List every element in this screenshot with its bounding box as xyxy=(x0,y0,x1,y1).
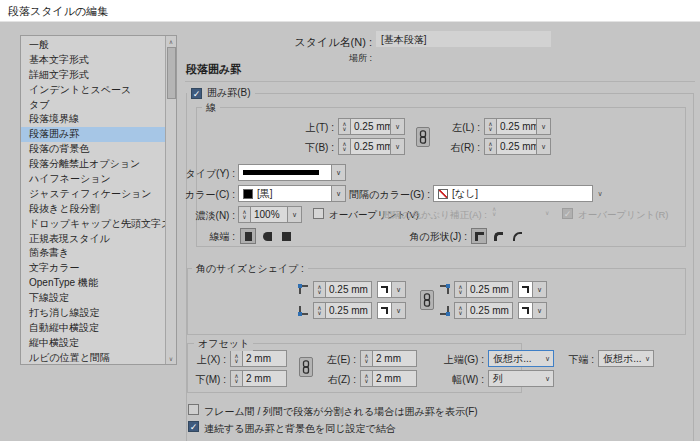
dropdown-arrow-icon[interactable]: ∨ xyxy=(537,138,551,155)
sidebar-item-strikethrough[interactable]: 打ち消し線設定 xyxy=(21,306,165,321)
sidebar-item-underline[interactable]: 下線設定 xyxy=(21,291,165,306)
border-enable-checkbox[interactable]: ✓ xyxy=(191,88,202,99)
sidebar-item-adv-char[interactable]: 詳細文字形式 xyxy=(21,68,165,83)
sidebar-item-basic-char[interactable]: 基本文字形式 xyxy=(21,53,165,68)
tint-value[interactable]: 100% xyxy=(251,206,288,223)
corner-topleft-shape-dropdown[interactable]: ∨ xyxy=(377,281,406,298)
sidebar-item-ruby[interactable]: ルビの位置と間隔 xyxy=(21,351,165,366)
join-miter-button[interactable] xyxy=(471,228,487,244)
offset-right-field[interactable]: ∧∨ 2 mm xyxy=(360,370,417,387)
stepper-down-icon[interactable]: ∨ xyxy=(234,359,238,364)
sidebar-item-character-color[interactable]: 文字カラー xyxy=(21,261,165,276)
dropdown-arrow-icon[interactable]: ∨ xyxy=(391,138,405,155)
dropdown-arrow-icon[interactable]: ∨ xyxy=(533,281,547,298)
stepper[interactable]: ∧∨ xyxy=(360,370,373,387)
stepper-down-icon[interactable]: ∨ xyxy=(458,311,462,316)
cap-round-button[interactable] xyxy=(259,228,275,244)
stroke-right-value[interactable]: 0.25 mm xyxy=(497,138,537,155)
join-round-button[interactable] xyxy=(490,228,506,244)
scrollbar-thumb[interactable] xyxy=(167,47,176,99)
offset-top-value[interactable]: 2 mm xyxy=(243,350,287,367)
style-name-input[interactable]: [基本段落] xyxy=(376,31,551,47)
stepper[interactable]: ∧∨ xyxy=(230,370,243,387)
width-dropdown[interactable]: 列 ∨ xyxy=(488,370,554,387)
stepper-down-icon[interactable]: ∨ xyxy=(364,379,368,384)
corner-topleft-value[interactable]: 0.25 mm xyxy=(326,281,372,298)
stroke-top-field[interactable]: ∧∨ 0.25 mm ∨ xyxy=(338,118,405,135)
link-icon[interactable] xyxy=(299,357,313,377)
stroke-bottom-field[interactable]: ∧∨ 0.25 mm ∨ xyxy=(338,138,405,155)
corner-bottomleft-shape-dropdown[interactable]: ∨ xyxy=(377,302,406,319)
stepper[interactable]: ∧∨ xyxy=(360,350,373,367)
stepper[interactable]: ∧∨ xyxy=(230,350,243,367)
offset-bottom-value[interactable]: 2 mm xyxy=(243,370,287,387)
sidebar-item-general[interactable]: 一般 xyxy=(21,38,165,53)
offset-top-field[interactable]: ∧∨ 2 mm xyxy=(230,350,287,367)
display-border-split-checkbox[interactable] xyxy=(188,404,199,415)
offset-bottom-field[interactable]: ∧∨ 2 mm xyxy=(230,370,287,387)
stepper-down-icon[interactable]: ∨ xyxy=(317,290,321,295)
dropdown-arrow-icon[interactable]: ∨ xyxy=(391,118,405,135)
stroke-left-field[interactable]: ∧∨ 0.25 mm ∨ xyxy=(484,118,551,135)
stroke-color-face[interactable]: [黒] xyxy=(238,185,332,202)
link-icon[interactable] xyxy=(420,290,434,310)
stepper[interactable]: ∧∨ xyxy=(338,118,351,135)
stepper[interactable]: ∧∨ xyxy=(238,206,251,223)
corner-topright-shape-dropdown[interactable]: ∨ xyxy=(518,281,547,298)
dropdown-arrow-icon[interactable]: ∨ xyxy=(332,185,346,202)
sidebar-item-paragraph-border[interactable]: 段落囲み罫 xyxy=(21,127,165,142)
sidebar-item-paragraph-shading[interactable]: 段落の背景色 xyxy=(21,142,165,157)
stroke-color-dropdown[interactable]: [黒] ∨ xyxy=(238,185,346,202)
tint-field[interactable]: ∧∨ 100% ∨ xyxy=(238,206,302,223)
corner-topright-value[interactable]: 0.25 mm xyxy=(467,281,513,298)
stepper[interactable]: ∧∨ xyxy=(454,281,467,298)
stroke-type-preview[interactable] xyxy=(238,164,332,181)
stroke-type-dropdown[interactable]: ∨ xyxy=(238,164,346,181)
bottom-edge-dropdown[interactable]: 仮想ボ... ∨ xyxy=(598,350,654,367)
stepper-down-icon[interactable]: ∨ xyxy=(458,290,462,295)
dropdown-arrow-icon[interactable]: ∨ xyxy=(288,206,302,223)
stepper-down-icon[interactable]: ∨ xyxy=(364,359,368,364)
gap-color-face[interactable]: [なし] xyxy=(433,185,593,202)
list-scrollbar[interactable]: ∧ ∨ xyxy=(165,36,176,364)
stepper-down-icon[interactable]: ∨ xyxy=(488,127,492,132)
sidebar-item-drop-caps[interactable]: ドロップキャップと先頭文字スタイル xyxy=(21,217,165,232)
dropdown-arrow-icon[interactable]: ∨ xyxy=(533,302,547,319)
corner-bottomleft-value[interactable]: 0.25 mm xyxy=(326,302,372,319)
sidebar-item-indents[interactable]: インデントとスペース xyxy=(21,83,165,98)
offset-right-value[interactable]: 2 mm xyxy=(373,370,417,387)
sidebar-item-grep-style[interactable]: 正規表現スタイル xyxy=(21,232,165,247)
dropdown-arrow-icon[interactable]: ∨ xyxy=(593,185,607,202)
sidebar-item-paragraph-rules[interactable]: 段落境界線 xyxy=(21,112,165,127)
sidebar-item-auto-tatechuyoko[interactable]: 自動縦中横設定 xyxy=(21,321,165,336)
dropdown-arrow-icon[interactable]: ∨ xyxy=(392,281,406,298)
stepper-down-icon[interactable]: ∨ xyxy=(488,147,492,152)
corner-bottomright-shape-dropdown[interactable]: ∨ xyxy=(518,302,547,319)
sidebar-item-keep-options[interactable]: 段落分離禁止オプション xyxy=(21,157,165,172)
stepper[interactable]: ∧∨ xyxy=(313,302,326,319)
stroke-top-value[interactable]: 0.25 mm xyxy=(351,118,391,135)
stepper[interactable]: ∧∨ xyxy=(484,138,497,155)
stepper-down-icon[interactable]: ∨ xyxy=(234,379,238,384)
stepper[interactable]: ∧∨ xyxy=(484,118,497,135)
join-bevel-button[interactable] xyxy=(509,228,525,244)
sidebar-item-hyphenation[interactable]: ハイフネーション xyxy=(21,172,165,187)
stroke-right-field[interactable]: ∧∨ 0.25 mm ∨ xyxy=(484,138,551,155)
offset-left-value[interactable]: 2 mm xyxy=(373,350,417,367)
sidebar-item-span-columns[interactable]: 段抜きと段分割 xyxy=(21,202,165,217)
corner-bottomright-field[interactable]: ∧∨ 0.25 mm xyxy=(454,302,513,319)
stroke-bottom-value[interactable]: 0.25 mm xyxy=(351,138,391,155)
sidebar-item-bullets[interactable]: 箇条書き xyxy=(21,246,165,261)
stepper-down-icon[interactable]: ∨ xyxy=(342,127,346,132)
stepper-down-icon[interactable]: ∨ xyxy=(242,215,246,220)
corner-bottomleft-field[interactable]: ∧∨ 0.25 mm xyxy=(313,302,372,319)
sidebar-item-opentype[interactable]: OpenType 機能 xyxy=(21,276,165,291)
stepper-down-icon[interactable]: ∨ xyxy=(342,147,346,152)
stepper[interactable]: ∧∨ xyxy=(338,138,351,155)
corner-bottomright-value[interactable]: 0.25 mm xyxy=(467,302,513,319)
dropdown-arrow-icon[interactable]: ∨ xyxy=(392,302,406,319)
scroll-down-icon[interactable]: ∨ xyxy=(166,355,176,362)
link-icon[interactable] xyxy=(416,127,430,147)
gap-color-dropdown[interactable]: [なし] ∨ xyxy=(433,185,607,202)
corner-topleft-field[interactable]: ∧∨ 0.25 mm xyxy=(313,281,372,298)
